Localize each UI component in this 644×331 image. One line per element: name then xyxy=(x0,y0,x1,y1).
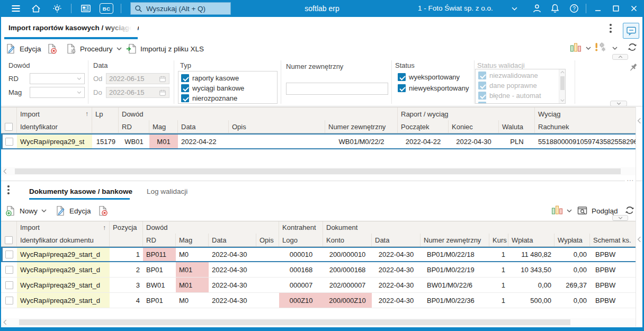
home-icon[interactable] xyxy=(31,3,41,14)
row-checkbox[interactable] xyxy=(5,297,13,305)
filter-option-niewyeksportowany[interactable]: niewyeksportowany xyxy=(395,83,469,93)
grid2-header-data[interactable]: Data xyxy=(209,234,256,246)
scrollbar-thumb[interactable] xyxy=(15,168,621,174)
grid1-header-opis[interactable]: Opis xyxy=(229,120,325,133)
chart-icon[interactable] xyxy=(570,42,582,52)
detail-panel-collapse-button[interactable] xyxy=(612,215,628,221)
grid1-horizontal-scrollbar[interactable] xyxy=(1,167,636,175)
pin-icon[interactable] xyxy=(628,62,639,73)
chat-button[interactable] xyxy=(623,23,639,39)
grid2-row[interactable]: WycRap#preqa29_start_d 4 BP01 M0 2022-04… xyxy=(1,293,636,308)
grid1-header-identyfikator[interactable]: Identyfikator xyxy=(17,120,92,133)
grid2-header-logo[interactable]: Logo xyxy=(279,234,323,246)
checkbox-checked[interactable] xyxy=(181,84,189,92)
grid1-header-koniec[interactable]: Koniec xyxy=(449,120,499,133)
grid2-header-numer-zewnetrzny[interactable]: Numer zewnętrzny xyxy=(421,234,489,246)
help-icon[interactable] xyxy=(569,3,579,14)
grid2-header-opis[interactable]: Opis xyxy=(256,234,279,246)
filter-numer-zewnetrzny-field[interactable] xyxy=(286,83,388,95)
maximize-icon[interactable] xyxy=(612,5,620,12)
chevron-down-icon[interactable] xyxy=(586,47,591,50)
select-all-checkbox[interactable] xyxy=(5,123,13,131)
chart-icon[interactable] xyxy=(551,204,563,215)
preview-button[interactable]: Podgląd xyxy=(577,204,618,217)
grid1-header-rachunek[interactable]: Rachunek xyxy=(535,120,636,133)
company-selector[interactable]: 1 - Foto Świat sp. z o.o. xyxy=(418,0,493,17)
window-options-kebab[interactable] xyxy=(610,24,612,33)
import-xls-button[interactable]: Importuj z pliku XLS xyxy=(126,42,204,55)
grid2-header-rd[interactable]: RD xyxy=(143,234,176,246)
sort-asc-icon[interactable]: ↑ xyxy=(85,110,88,118)
grid1-header-mag[interactable]: Mag xyxy=(149,120,178,133)
select-all-checkbox[interactable] xyxy=(5,236,13,244)
splitter-handle[interactable]: ⋯ xyxy=(625,177,636,183)
filter-option-wyciagi-bankowe[interactable]: wyciągi bankowe xyxy=(178,83,277,93)
global-search[interactable] xyxy=(130,2,231,15)
scrollbar-thumb[interactable] xyxy=(19,319,570,325)
grid2-row[interactable]: WycRap#preqa29_start_d 3 BW01 M01 2022-0… xyxy=(1,278,636,293)
side-panel-expand-icon[interactable] xyxy=(637,118,641,124)
grid1-header-numer-zewnetrzny[interactable]: Numer zewnętrzny xyxy=(325,120,398,133)
grid1-header-import[interactable]: Import ↑ xyxy=(17,108,92,120)
scroll-down-icon[interactable] xyxy=(560,99,565,102)
row-checkbox[interactable] xyxy=(5,251,13,258)
checkbox-checked[interactable] xyxy=(398,84,406,92)
grid2-horizontal-scrollbar[interactable] xyxy=(1,318,636,326)
scroll-left-icon[interactable] xyxy=(3,168,7,174)
grid2-header-wyplata[interactable]: Wypłata xyxy=(554,234,590,246)
idea-dashboard-icon[interactable] xyxy=(52,3,62,14)
checkbox-checked[interactable] xyxy=(398,73,406,81)
minimize-icon[interactable] xyxy=(594,5,602,12)
grid2-header-wplata[interactable]: Wpłata xyxy=(508,234,554,246)
checkbox-checked[interactable] xyxy=(181,74,189,82)
row-checkbox[interactable] xyxy=(5,281,13,289)
filter-date-to-field[interactable]: 2022-06-15 xyxy=(106,87,169,98)
refresh-icon[interactable] xyxy=(627,42,638,52)
new-button[interactable]: Nowy xyxy=(5,204,47,217)
filter-panel-collapse-bottom-button[interactable] xyxy=(610,101,627,106)
edit-button[interactable]: Edycja xyxy=(5,42,41,55)
filter-date-from-field[interactable]: 2022-06-15 xyxy=(106,73,169,84)
grid2-header-pozycja[interactable]: Pozycja xyxy=(110,221,143,234)
grid2-header-import[interactable]: Import ↑ xyxy=(17,221,110,234)
chevron-down-icon[interactable] xyxy=(612,47,618,50)
news-icon[interactable] xyxy=(80,3,91,14)
filter-mag-combobox[interactable] xyxy=(30,87,85,98)
scroll-up-icon[interactable] xyxy=(560,71,565,74)
grid1-header-lp[interactable]: Lp xyxy=(92,108,119,120)
row-checkbox[interactable] xyxy=(5,266,13,274)
scroll-left-icon[interactable] xyxy=(3,319,7,325)
validation-gears-icon[interactable] xyxy=(594,42,606,52)
bc-module-button[interactable]: BC xyxy=(100,3,113,14)
filter-option-raporty-kasowe[interactable]: raporty kasowe xyxy=(178,73,277,83)
delete-button[interactable] xyxy=(47,42,57,55)
grid2-header-mag[interactable]: Mag xyxy=(176,234,209,246)
side-panel-expand-icon[interactable] xyxy=(637,236,641,243)
grid1-header-waluta[interactable]: Waluta xyxy=(499,120,535,133)
grid1-header-rd[interactable]: RD xyxy=(119,120,149,133)
procedures-button[interactable]: Procedury xyxy=(66,42,122,55)
grid2-header-data-dok[interactable]: Data xyxy=(372,234,421,246)
grid2-header-identyfikator[interactable]: Identyfikator dokumentu xyxy=(17,234,110,246)
grid2-header-schemat[interactable]: Schemat ks. xyxy=(590,234,636,246)
grid2-header-konto[interactable]: Konto xyxy=(323,234,372,246)
numer-zewnetrzny-input[interactable] xyxy=(287,83,388,94)
search-input[interactable] xyxy=(146,5,227,13)
sort-asc-icon[interactable]: ↑ xyxy=(103,224,106,231)
detail-options-kebab[interactable] xyxy=(7,185,10,194)
grid1-header-poczatek[interactable]: Początek xyxy=(398,120,449,133)
scrollbar-thumb[interactable] xyxy=(560,76,565,90)
filter-rd-combobox[interactable] xyxy=(30,73,85,84)
tab-log-walidacji[interactable]: Log walidacji xyxy=(147,185,187,199)
checkbox-checked[interactable] xyxy=(181,94,189,102)
scrollbar-vertical[interactable] xyxy=(559,69,565,103)
refresh-icon[interactable] xyxy=(624,205,635,216)
grid1-row-selected[interactable]: WycRap#preqa29_st 15179 WB01 M01 2022-04… xyxy=(1,133,636,149)
grid2-header-kurs[interactable]: Kurs xyxy=(489,234,508,246)
edit-button[interactable]: Edycja xyxy=(55,204,91,217)
grid2-row[interactable]: WycRap#preqa29_start_d 2 BP01 M01 2022-0… xyxy=(1,262,636,278)
row-checkbox[interactable] xyxy=(5,138,13,146)
menu-icon[interactable] xyxy=(11,3,21,14)
delete-button[interactable] xyxy=(97,204,108,217)
grid1-header-data[interactable]: Data xyxy=(178,120,229,133)
